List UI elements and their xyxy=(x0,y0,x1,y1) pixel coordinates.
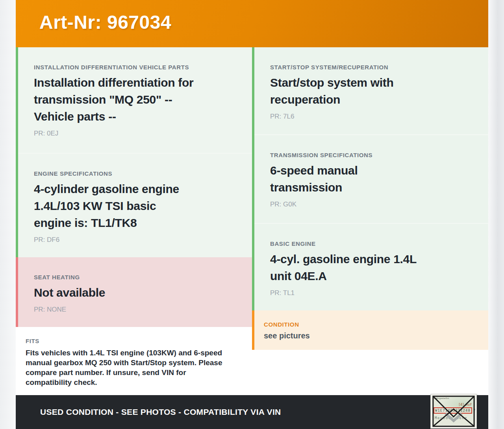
pr-code: PR: 0EJ xyxy=(34,130,236,137)
pr-code: PR: 7L6 xyxy=(270,113,472,121)
vin-document-thumbnail: Fahrgestellnr. [4] Auf W1E71463J31248 7 … xyxy=(431,394,476,428)
card-title: 4-cylinder gasoline engine 1.4L/103 KW T… xyxy=(34,180,191,231)
card-title: Not available xyxy=(34,284,236,301)
envelope-icon xyxy=(432,396,475,427)
card-engine-specifications: ENGINE SPECIFICATIONS 4-cylinder gasolin… xyxy=(16,154,252,257)
listing-page: Art-Nr: 967034 INSTALLATION DIFFERENTIAT… xyxy=(16,0,488,429)
card-fits: FITS Fits vehicles with 1.4L TSI engine … xyxy=(16,327,252,395)
fits-description: Fits vehicles with 1.4L TSI engine (103K… xyxy=(26,348,233,387)
card-start-stop-system: START/STOP SYSTEM/RECUPERATION Start/sto… xyxy=(252,47,488,134)
pr-code: PR: NONE xyxy=(34,306,236,314)
card-seat-heating: SEAT HEATING Not available PR: NONE xyxy=(16,257,252,327)
card-eyebrow: ENGINE SPECIFICATIONS xyxy=(34,170,236,177)
card-eyebrow: BASIC ENGINE xyxy=(270,240,472,247)
condition-value: see pictures xyxy=(264,331,479,340)
attributes-grid: INSTALLATION DIFFERENTIATION VEHICLE PAR… xyxy=(16,47,488,395)
pr-code: PR: G0K xyxy=(270,201,472,208)
pr-code: PR: TL1 xyxy=(270,289,472,297)
card-eyebrow: START/STOP SYSTEM/RECUPERATION xyxy=(270,64,472,71)
card-eyebrow: FITS xyxy=(26,338,236,344)
footer-text: USED CONDITION - SEE PHOTOS - COMPATIBIL… xyxy=(40,407,281,417)
pr-code: PR: DF6 xyxy=(34,236,236,244)
card-eyebrow: TRANSMISSION SPECIFICATIONS xyxy=(270,152,472,158)
card-eyebrow: CONDITION xyxy=(264,321,479,328)
card-installation-differentiation: INSTALLATION DIFFERENTIATION VEHICLE PAR… xyxy=(16,47,252,153)
right-column: START/STOP SYSTEM/RECUPERATION Start/sto… xyxy=(252,47,488,395)
page-header: Art-Nr: 967034 xyxy=(16,0,488,47)
card-title: 4-cyl. gasoline engine 1.4L unit 04E.A xyxy=(270,251,428,284)
card-eyebrow: INSTALLATION DIFFERENTIATION VEHICLE PAR… xyxy=(34,64,236,71)
card-title: Start/stop system with recuperation xyxy=(270,74,441,108)
card-title: 6-speed manual transmission xyxy=(270,162,388,196)
left-column: INSTALLATION DIFFERENTIATION VEHICLE PAR… xyxy=(16,47,252,395)
card-transmission-specifications: TRANSMISSION SPECIFICATIONS 6-speed manu… xyxy=(252,135,488,223)
right-column-filler xyxy=(252,350,488,395)
card-title: Installation differentiation for transmi… xyxy=(34,74,205,125)
card-eyebrow: SEAT HEATING xyxy=(34,274,236,280)
footer-banner: USED CONDITION - SEE PHOTOS - COMPATIBIL… xyxy=(16,395,488,429)
article-number-title: Art-Nr: 967034 xyxy=(39,11,171,33)
card-basic-engine: BASIC ENGINE 4-cyl. gasoline engine 1.4L… xyxy=(252,224,488,310)
card-condition: CONDITION see pictures xyxy=(252,310,488,350)
